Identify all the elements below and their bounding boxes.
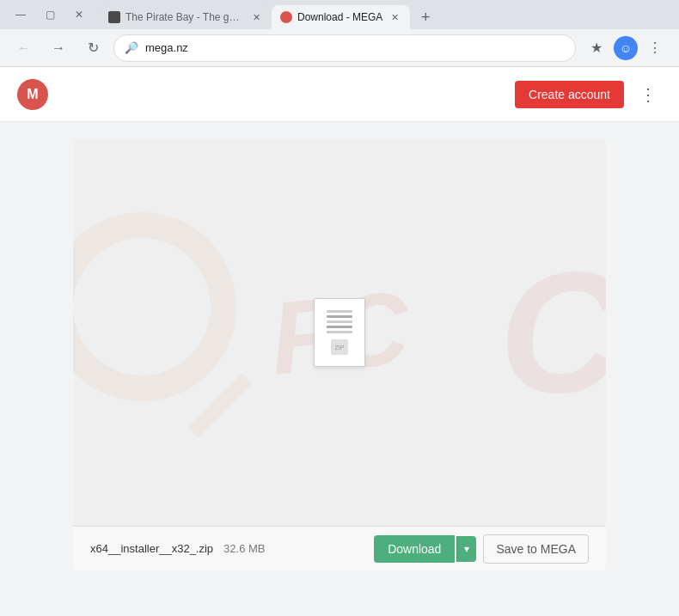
archive-line-1	[327, 310, 352, 313]
preview-area: FC C ZIP	[0, 122, 679, 616]
watermark-right: C	[499, 234, 606, 431]
zip-label: ZIP	[331, 339, 348, 355]
new-tab-button[interactable]: +	[413, 5, 437, 29]
preview-image-area: FC C ZIP	[73, 139, 606, 526]
archive-line-5	[327, 331, 352, 333]
page-content: M Create account ⋮	[0, 67, 679, 616]
tab-mega-title: Download - MEGA	[297, 11, 382, 23]
file-name: x64__installer__x32_.zip	[90, 542, 213, 555]
nav-actions: ★ ☺ ⋮	[583, 34, 669, 62]
file-info: x64__installer__x32_.zip 32.6 MB	[90, 542, 266, 555]
bookmark-button[interactable]: ★	[583, 34, 610, 62]
tab-mega-close[interactable]: ✕	[388, 10, 401, 24]
tab-pirate-title: The Pirate Bay - The galaxy's m...	[125, 11, 244, 23]
forward-button[interactable]: →	[45, 34, 72, 62]
title-bar: — ▢ ✕ The Pirate Bay - The galaxy's m...…	[0, 0, 679, 29]
tab-mega[interactable]: Download - MEGA ✕	[272, 5, 410, 29]
reload-button[interactable]: ↻	[79, 34, 107, 62]
mega-header: M Create account ⋮	[0, 67, 679, 122]
menu-button[interactable]: ⋮	[641, 34, 669, 62]
maximize-button[interactable]: ▢	[36, 1, 64, 28]
header-right: Create account ⋮	[515, 81, 662, 108]
minimize-button[interactable]: —	[7, 1, 34, 28]
nav-bar: ← → ↻ 🔎 mega.nz ★ ☺ ⋮	[0, 29, 679, 67]
tabs-area: The Pirate Bay - The galaxy's m... ✕ Dow…	[100, 0, 672, 29]
download-dropdown-button[interactable]: ▾	[456, 536, 476, 562]
mega-logo[interactable]: M	[17, 79, 48, 110]
create-account-button[interactable]: Create account	[515, 81, 624, 108]
magnifier-watermark	[73, 212, 236, 453]
back-button[interactable]: ←	[10, 34, 38, 62]
file-bottom-bar: x64__installer__x32_.zip 32.6 MB Downloa…	[73, 526, 606, 570]
archive-line-2	[327, 315, 352, 318]
pirate-bay-favicon	[108, 11, 120, 23]
file-preview-icon: ZIP	[314, 298, 365, 367]
browser-frame: — ▢ ✕ The Pirate Bay - The galaxy's m...…	[0, 0, 679, 616]
address-bar[interactable]: 🔎 mega.nz	[113, 34, 576, 62]
tab-pirate-bay[interactable]: The Pirate Bay - The galaxy's m... ✕	[100, 5, 272, 29]
preview-box: FC C ZIP	[73, 139, 606, 570]
more-options-button[interactable]: ⋮	[634, 81, 662, 108]
url-display: mega.nz	[145, 41, 565, 54]
archive-line-4	[327, 326, 352, 328]
download-button[interactable]: Download	[374, 535, 455, 563]
action-buttons: Download ▾ Save to MEGA	[374, 534, 589, 564]
archive-lines: ZIP	[327, 310, 352, 355]
save-to-mega-button[interactable]: Save to MEGA	[483, 534, 589, 564]
close-button[interactable]: ✕	[65, 1, 93, 28]
profile-avatar[interactable]: ☺	[614, 36, 638, 60]
archive-line-3	[327, 320, 352, 323]
window-controls: — ▢ ✕	[7, 1, 93, 28]
tab-pirate-close[interactable]: ✕	[249, 10, 263, 24]
mega-favicon	[280, 11, 292, 23]
file-size: 32.6 MB	[223, 542, 265, 555]
